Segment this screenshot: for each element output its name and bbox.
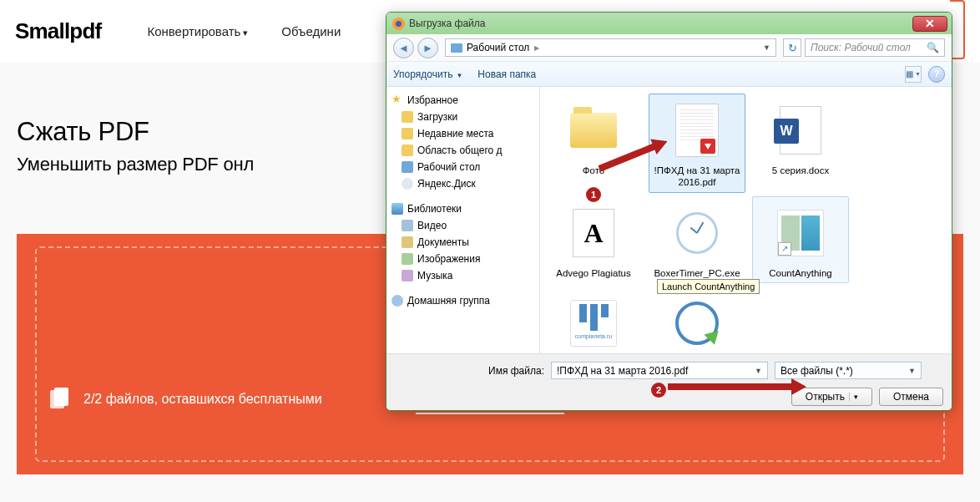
word-icon: W [780,106,821,155]
file-filter[interactable]: Все файлы (*.*)▼ [775,362,922,379]
nav-convert[interactable]: Конвертировать▾ [147,24,248,38]
cancel-button[interactable]: Отмена [879,388,943,406]
breadcrumb-text: Рабочий стол [467,42,529,53]
sidebar-label: Недавние места [417,128,493,139]
sidebar-label: Видео [417,220,447,231]
file-item-png[interactable]: complaneta.rucropped-pc-market1.png [545,286,642,353]
tooltip: Launch CountAnything [657,279,760,294]
sidebar-item-pictures[interactable]: Изображения [386,251,539,267]
sidebar-item-yadisk[interactable]: Яндекс.Диск [386,175,539,192]
sidebar-label: Музыка [417,270,452,281]
organize-button[interactable]: Упорядочить▼ [393,68,462,80]
filter-value: Все файлы (*.*) [780,365,853,377]
forward-button[interactable]: ► [417,38,438,58]
sidebar-label: Документы [417,236,469,248]
file-name: !ПФХД на 31 марта 2016.pdf [651,165,743,189]
sidebar-label: Изображения [417,253,480,265]
doc-icon [402,236,413,248]
file-item-exe[interactable]: BoxerTimer_PC.exe [649,196,745,283]
sidebar-item-videos[interactable]: Видео [386,217,539,234]
shortcut-arrow-icon: ↗ [778,242,791,256]
breadcrumb-dropdown-icon[interactable]: ▼ [763,43,770,52]
sidebar-item-music[interactable]: Музыка [386,267,539,284]
chevron-down-icon: ▼ [456,72,462,79]
text-icon: A [573,209,614,257]
app-icon: complaneta.ru [570,300,617,347]
sidebar-label: Яндекс.Диск [417,178,476,190]
file-item-docx[interactable]: W5 серия.docx [752,94,849,193]
folder-icon [570,113,617,148]
file-name: Advego Plagiatus [556,267,631,279]
view-button[interactable]: ▦▼ [905,66,922,83]
clock-icon [676,212,718,254]
filename-label: Имя файла: [488,365,544,377]
nav-merge-label: Объедини [281,24,341,38]
sidebar-homegroup[interactable]: Домашняя группа [386,292,539,309]
star-icon [391,94,403,106]
sidebar-label: Область общего д [417,145,503,156]
help-button[interactable]: ? [928,66,945,83]
sidebar-item-downloads[interactable]: Загрузки [386,109,539,125]
desktop-icon [451,43,462,53]
refresh-button[interactable]: ↻ [783,38,801,57]
breadcrumb[interactable]: Рабочий стол ▶ ▼ [445,38,776,57]
nav-row: ◄ ► Рабочий стол ▶ ▼ ↻ Поиск: Рабочий ст… [386,34,952,62]
file-pane: Фото !ПФХД на 31 марта 2016.pdf W5 серия… [540,87,952,353]
files-left-text: 2/2 файлов, оставшихся бесплатными [83,392,322,407]
new-folder-button[interactable]: Новая папка [477,68,536,80]
file-item-txt[interactable]: AAdvego Plagiatus [545,196,642,283]
sidebar-homegroup-label: Домашняя группа [407,295,490,307]
filename-input[interactable]: !ПФХД на 31 марта 2016.pdf▼ [551,362,768,379]
firefox-icon [392,18,405,30]
sidebar-item-shared[interactable]: Область общего д [386,142,539,159]
dialog-footer: Имя файла: !ПФХД на 31 марта 2016.pdf▼ В… [386,353,952,410]
file-item-shortcut[interactable]: ↗CountAnything [752,196,849,283]
folder-icon [402,128,413,139]
sidebar-item-desktop[interactable]: Рабочий стол [386,159,539,175]
sidebar-label: Загрузки [417,111,457,123]
logo[interactable]: Smallpdf [15,18,101,44]
sidebar-favorites-label: Избранное [407,94,458,106]
filename-value: !ПФХД на 31 марта 2016.pdf [557,365,688,377]
clock-icon [675,302,719,345]
homegroup-icon [391,295,403,307]
folder-icon [402,145,413,156]
file-name: Фото [583,165,604,176]
file-item-folder[interactable]: Фото [545,94,642,193]
titlebar: Выгрузка файла ✕ [386,13,952,34]
search-input[interactable]: Поиск: Рабочий стол 🔍 [805,38,945,57]
search-placeholder: Поиск: Рабочий стол [811,42,911,53]
dropdown-icon[interactable]: ▼ [755,367,762,375]
file-item-pdf[interactable]: !ПФХД на 31 марта 2016.pdf [649,94,745,193]
sidebar-favorites[interactable]: Избранное [386,92,539,109]
sidebar: Избранное Загрузки Недавние места Област… [386,87,540,353]
dialog-title: Выгрузка файла [409,18,912,29]
pdf-icon [675,104,719,157]
chevron-down-icon: ▾ [243,28,248,38]
nav-convert-label: Конвертировать [147,24,240,38]
file-name: CountAnything [769,267,831,279]
sidebar-libraries[interactable]: Библиотеки [386,200,539,217]
sidebar-libraries-label: Библиотеки [407,203,462,215]
nav-merge[interactable]: Объедини [281,24,341,38]
file-name: 5 серия.docx [772,165,829,176]
file-item-countdown[interactable]: Free Countdown Timer [649,286,745,353]
library-icon [391,203,403,215]
dropdown-icon[interactable]: ▼ [908,367,916,375]
open-button[interactable]: Открыть [791,388,872,406]
video-icon [402,220,413,231]
sidebar-item-recent[interactable]: Недавние места [386,125,539,142]
search-icon[interactable]: 🔍 [927,42,939,53]
file-name: BoxerTimer_PC.exe [654,267,740,279]
file-dialog: Выгрузка файла ✕ ◄ ► Рабочий стол ▶ ▼ ↻ … [386,12,952,411]
sidebar-item-documents[interactable]: Документы [386,234,539,251]
desktop-icon [402,161,413,173]
music-icon [402,270,413,281]
chevron-right-icon: ▶ [534,44,539,52]
toolbar: Упорядочить▼ Новая папка ▦▼ ? [386,62,952,87]
organize-label: Упорядочить [393,68,452,80]
close-button[interactable]: ✕ [912,16,947,32]
cloud-icon [402,178,413,190]
picture-icon [402,253,413,265]
back-button[interactable]: ◄ [393,38,414,58]
